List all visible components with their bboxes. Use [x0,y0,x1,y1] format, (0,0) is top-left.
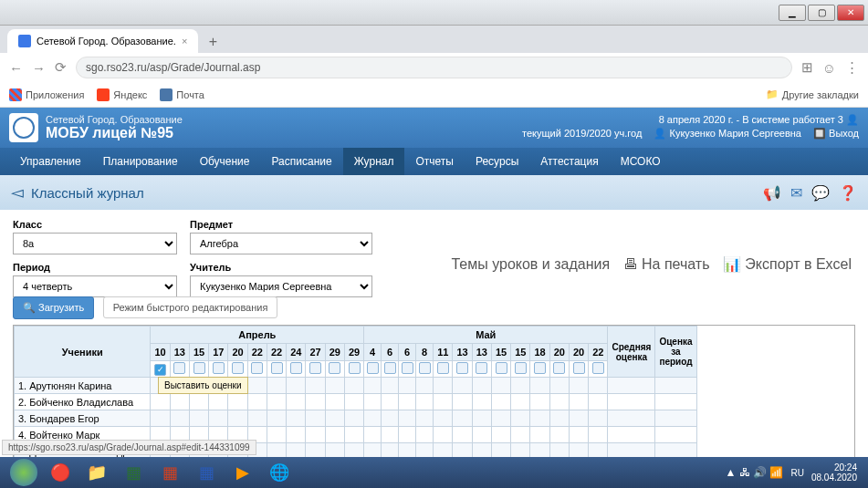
grade-cell[interactable] [453,378,472,394]
close-tab-icon[interactable]: × [182,36,187,47]
grade-cell[interactable] [589,427,608,443]
taskbar-explorer[interactable]: 📁 [78,460,115,485]
grade-cell[interactable] [416,394,434,410]
period-cell[interactable] [655,410,696,427]
day-checkbox[interactable] [472,361,491,378]
grade-cell[interactable] [306,410,325,427]
grade-cell[interactable] [382,394,399,410]
day-header[interactable]: 24 [287,344,306,361]
day-checkbox[interactable] [511,361,530,378]
grade-cell[interactable] [382,378,399,394]
grade-cell[interactable] [399,378,416,394]
day-header[interactable]: 18 [530,344,549,361]
day-header[interactable]: 13 [453,344,472,361]
day-checkbox[interactable] [569,361,588,378]
day-header[interactable]: 17 [209,344,228,361]
grade-cell[interactable] [549,394,569,410]
day-header[interactable]: 13 [472,344,491,361]
day-checkbox[interactable] [306,361,325,378]
grade-cell[interactable] [267,394,286,410]
day-checkbox[interactable] [287,361,306,378]
grade-cell[interactable] [287,427,306,443]
yandex-bookmark[interactable]: Яндекс [97,88,147,101]
student-name[interactable]: 2. Бойченко Владислава [15,394,151,410]
day-checkbox[interactable] [170,361,189,378]
nav-item-3[interactable]: Расписание [261,148,343,175]
grade-cell[interactable] [416,410,434,427]
grade-cell[interactable] [287,394,306,410]
grade-cell[interactable] [344,378,363,394]
nav-item-1[interactable]: Планирование [92,148,189,175]
grade-cell[interactable] [434,427,453,443]
reload-button[interactable]: ⟳ [55,59,67,76]
address-bar[interactable] [76,57,792,78]
grade-cell[interactable] [189,410,208,427]
nav-item-8[interactable]: МСОКО [610,148,672,175]
grade-cell[interactable] [287,410,306,427]
grade-cell[interactable] [344,427,363,443]
grade-cell[interactable] [364,378,382,394]
taskbar-word[interactable]: ▦ [188,460,225,485]
day-checkbox[interactable] [209,361,228,378]
day-header[interactable]: 15 [189,344,208,361]
announce-icon[interactable]: 📢 [763,184,781,202]
day-header[interactable]: 22 [247,344,267,361]
menu-icon[interactable]: ⋮ [845,59,859,76]
grade-cell[interactable] [364,394,382,410]
grade-cell[interactable] [589,378,608,394]
mail-icon[interactable]: ✉ [790,184,802,202]
chat-icon[interactable]: 💬 [811,184,830,202]
period-cell[interactable] [655,378,696,394]
grade-cell[interactable] [434,378,453,394]
day-checkbox[interactable] [189,361,208,378]
day-header[interactable]: 20 [569,344,588,361]
grade-cell[interactable] [344,410,363,427]
close-button[interactable]: ✕ [837,5,864,21]
day-header[interactable]: 29 [325,344,344,361]
grade-cell[interactable] [491,394,510,410]
load-button[interactable]: 🔍 Загрузить [13,296,94,319]
day-checkbox[interactable] [530,361,549,378]
day-header[interactable]: 15 [491,344,510,361]
grade-cell[interactable] [228,394,247,410]
day-checkbox[interactable] [589,361,608,378]
new-tab-button[interactable]: + [202,31,224,53]
nav-item-7[interactable]: Аттестация [529,148,609,175]
taskbar-opera[interactable]: 🔴 [42,460,78,485]
day-header[interactable]: 27 [306,344,325,361]
grade-cell[interactable] [344,394,363,410]
back-arrow-icon[interactable]: ◅ [11,182,24,202]
user-name[interactable]: 👤 Кукузенко Мария Сергеевна [654,128,801,139]
grade-cell[interactable] [491,410,510,427]
grade-cell[interactable] [472,394,491,410]
day-header[interactable]: 29 [344,344,363,361]
grade-cell[interactable] [247,410,267,427]
grade-cell[interactable] [382,427,399,443]
grade-cell[interactable] [416,378,434,394]
start-button[interactable] [5,460,42,485]
day-header[interactable]: 6 [399,344,416,361]
grade-cell[interactable] [589,410,608,427]
grade-cell[interactable] [511,427,530,443]
browser-tab[interactable]: Сетевой Город. Образование. × [7,29,198,53]
grade-cell[interactable] [434,410,453,427]
subject-select[interactable]: Алгебра [190,233,372,254]
grade-cell[interactable] [569,394,588,410]
student-name[interactable]: 3. Бондарев Егор [15,410,151,427]
grade-cell[interactable] [325,378,344,394]
apps-bookmark[interactable]: Приложения [9,88,84,101]
back-button[interactable]: ← [9,60,23,76]
grade-cell[interactable] [491,378,510,394]
logout-button[interactable]: 🔲 Выход [813,128,859,139]
grade-cell[interactable] [306,394,325,410]
grade-cell[interactable] [472,410,491,427]
day-checkbox[interactable] [434,361,453,378]
day-header[interactable]: 4 [364,344,382,361]
day-header[interactable]: 22 [267,344,286,361]
day-checkbox[interactable] [491,361,510,378]
grade-cell[interactable] [306,427,325,443]
profile-icon[interactable]: ☺ [822,60,836,76]
day-header[interactable]: 22 [589,344,608,361]
grade-cell[interactable] [434,394,453,410]
day-header[interactable]: 20 [228,344,247,361]
